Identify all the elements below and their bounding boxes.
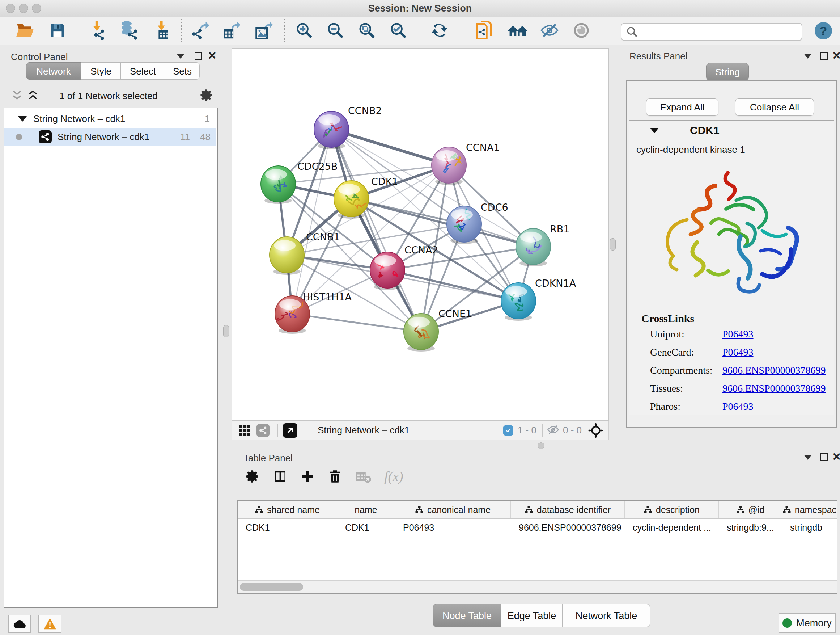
- node-CDK1[interactable]: CDK1: [334, 176, 398, 219]
- export-table-button[interactable]: [221, 20, 242, 41]
- table-horizontal-scrollbar[interactable]: [238, 580, 837, 593]
- table-settings-button[interactable]: [245, 469, 260, 484]
- expand-all-button[interactable]: Expand All: [646, 98, 718, 116]
- table-panel-float-button[interactable]: [821, 453, 828, 461]
- control-panel-menu-arrow[interactable]: [177, 54, 185, 59]
- import-table-button[interactable]: [151, 20, 172, 41]
- table-row[interactable]: CDK1 CDK1 P06493 9606.ENSP00000378699 cy…: [238, 519, 837, 536]
- import-network-database-button[interactable]: [118, 20, 140, 41]
- network-from-selection-button[interactable]: [475, 20, 496, 41]
- network-collection-row[interactable]: String Network – cdk1 1: [4, 110, 216, 128]
- tab-network-table[interactable]: Network Table: [562, 604, 650, 627]
- column-header[interactable]: description: [625, 501, 719, 518]
- help-button[interactable]: ?: [815, 22, 832, 40]
- memory-button[interactable]: Memory: [778, 613, 836, 633]
- zoom-fit-button[interactable]: [356, 20, 377, 41]
- table-panel-menu-arrow[interactable]: [804, 455, 812, 460]
- expand-all-networks-button[interactable]: [27, 89, 39, 103]
- column-header[interactable]: database identifier: [511, 501, 625, 518]
- collapse-all-networks-button[interactable]: [11, 89, 23, 103]
- crosslink-value[interactable]: 9606.ENSP00000378699: [722, 364, 826, 376]
- birdseye-view-button[interactable]: [571, 20, 592, 41]
- open-session-button[interactable]: [14, 20, 35, 41]
- horizontal-splitter-handle[interactable]: [538, 442, 545, 449]
- cell-canonical-name[interactable]: P06493: [395, 519, 511, 536]
- import-network-icon: [93, 21, 104, 40]
- node-HIST1H1A[interactable]: HIST1H1A: [275, 291, 352, 334]
- export-network-button[interactable]: [190, 20, 211, 41]
- node-RB1[interactable]: RB1: [516, 223, 569, 266]
- cell-description[interactable]: cyclin-dependent ...: [625, 519, 719, 536]
- tab-sets[interactable]: Sets: [165, 62, 200, 80]
- zoom-out-button[interactable]: [325, 20, 346, 41]
- zoom-in-button[interactable]: [294, 20, 315, 41]
- export-image-button[interactable]: [254, 20, 275, 41]
- results-panel-menu-arrow[interactable]: [804, 54, 812, 59]
- detach-view-button[interactable]: [283, 423, 297, 438]
- node-CCNA1[interactable]: CCNA1: [431, 142, 500, 185]
- warning-icon: [44, 618, 56, 630]
- cell-name[interactable]: CDK1: [337, 519, 395, 536]
- column-header[interactable]: @id: [719, 501, 782, 518]
- zoom-out-icon: [329, 24, 343, 38]
- edge-HIST1H1A-CCNE1[interactable]: [292, 314, 421, 332]
- collapse-all-button[interactable]: Collapse All: [735, 98, 814, 116]
- fit-selected-button[interactable]: [588, 423, 603, 438]
- import-network-file-button[interactable]: [88, 20, 109, 41]
- cloud-status-button[interactable]: [8, 615, 31, 633]
- tab-edge-table[interactable]: Edge Table: [501, 604, 562, 627]
- results-panel-close-button[interactable]: ✕: [832, 49, 840, 62]
- tab-style[interactable]: Style: [81, 62, 121, 80]
- node-CDKN1A[interactable]: CDKN1A: [501, 278, 576, 321]
- save-session-button[interactable]: [47, 20, 68, 41]
- search-field[interactable]: [621, 23, 802, 41]
- tab-select[interactable]: Select: [121, 62, 165, 80]
- create-column-button[interactable]: [300, 469, 315, 484]
- cell-database-identifier[interactable]: 9606.ENSP00000378699: [511, 519, 625, 536]
- tab-string[interactable]: String: [706, 63, 749, 80]
- edge-CCNA2-CDKN1A[interactable]: [387, 270, 518, 301]
- results-panel-float-button[interactable]: [821, 52, 828, 60]
- table-panel-close-button[interactable]: ✕: [832, 450, 840, 463]
- refresh-button[interactable]: [429, 20, 450, 41]
- hidden-elements-indicator[interactable]: 0 - 0: [543, 424, 588, 437]
- node-detail-header[interactable]: CDK1: [629, 120, 834, 141]
- network-view-canvas[interactable]: CCNB2CCNA1CDC25BCDK1CDC6RB1CCNB1CCNA2CDK…: [232, 48, 609, 421]
- crosslink-value[interactable]: P06493: [722, 401, 753, 412]
- network-options-button[interactable]: [200, 88, 213, 103]
- table-header-row: shared name name canonical name database…: [238, 501, 837, 519]
- section-collapse-arrow[interactable]: [650, 128, 659, 133]
- search-input[interactable]: [641, 24, 802, 40]
- collection-expand-arrow[interactable]: [18, 116, 27, 122]
- node-CDC25B[interactable]: CDC25B: [261, 161, 338, 204]
- crosslink-value[interactable]: P06493: [722, 328, 753, 340]
- column-header[interactable]: name: [337, 501, 395, 518]
- crosslink-value[interactable]: 9606.ENSP00000378699: [722, 383, 826, 394]
- control-panel-close-button[interactable]: ✕: [208, 49, 217, 62]
- warnings-button[interactable]: [38, 615, 62, 633]
- scrollbar-thumb[interactable]: [240, 583, 303, 591]
- delete-column-button[interactable]: [328, 469, 342, 484]
- statusbar-divider: [278, 424, 278, 437]
- left-splitter-handle[interactable]: [223, 325, 229, 337]
- birdseye-toggle-button[interactable]: [235, 424, 254, 437]
- column-header[interactable]: canonical name: [395, 501, 511, 518]
- selected-nodes-indicator[interactable]: 1 - 0: [503, 424, 542, 436]
- control-panel-float-button[interactable]: [195, 52, 202, 60]
- tab-network[interactable]: Network: [26, 62, 81, 80]
- right-splitter-handle[interactable]: [610, 238, 616, 250]
- column-header[interactable]: namespac: [782, 501, 837, 518]
- show-graphics-details-button[interactable]: [507, 20, 528, 41]
- network-row-selected[interactable]: String Network – cdk1 11 48: [4, 128, 216, 146]
- cell-id[interactable]: stringdb:9...: [719, 519, 782, 536]
- zoom-selected-button[interactable]: [388, 20, 409, 41]
- string-panel-toggle-button[interactable]: [254, 424, 272, 437]
- crosslink-value[interactable]: P06493: [722, 347, 753, 358]
- cell-namespace[interactable]: stringdb: [782, 519, 837, 536]
- column-header[interactable]: shared name: [238, 501, 337, 518]
- tab-node-table[interactable]: Node Table: [433, 604, 501, 627]
- hide-graphics-details-button[interactable]: [539, 20, 560, 41]
- edge-CCNB2-CCNA1[interactable]: [332, 129, 449, 165]
- cell-shared-name[interactable]: CDK1: [238, 519, 337, 536]
- show-columns-button[interactable]: [273, 469, 287, 484]
